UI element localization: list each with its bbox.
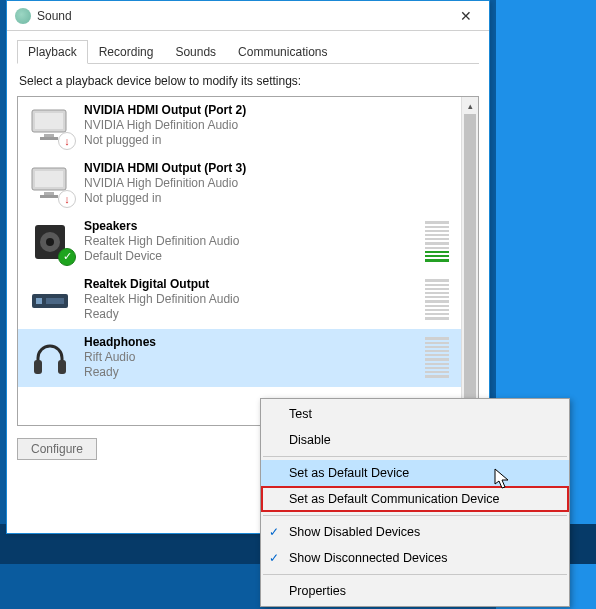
- context-menu: Test Disable Set as Default Device Set a…: [260, 398, 570, 607]
- tab-playback[interactable]: Playback: [17, 40, 88, 64]
- svg-rect-5: [35, 171, 63, 187]
- svg-rect-7: [40, 195, 58, 198]
- device-status: Not plugged in: [84, 133, 453, 148]
- list-item[interactable]: Headphones Rift Audio Ready: [18, 329, 461, 387]
- menu-label: Show Disabled Devices: [289, 525, 420, 539]
- check-icon: ✓: [269, 551, 279, 565]
- list-item[interactable]: ✓ Speakers Realtek High Definition Audio…: [18, 213, 461, 271]
- device-subtitle: Rift Audio: [84, 350, 415, 365]
- device-list[interactable]: ↓ NVIDIA HDMI Output (Port 2) NVIDIA Hig…: [18, 97, 461, 425]
- tab-recording[interactable]: Recording: [88, 40, 165, 64]
- list-item[interactable]: ↓ NVIDIA HDMI Output (Port 2) NVIDIA Hig…: [18, 97, 461, 155]
- menu-test[interactable]: Test: [261, 401, 569, 427]
- device-status: Ready: [84, 365, 415, 380]
- monitor-icon: ↓: [26, 162, 74, 206]
- default-badge-icon: ✓: [58, 248, 76, 266]
- menu-set-default-device[interactable]: Set as Default Device: [261, 460, 569, 486]
- tab-strip: Playback Recording Sounds Communications: [17, 39, 479, 64]
- close-icon: ✕: [460, 8, 472, 24]
- device-title: Realtek Digital Output: [84, 277, 415, 292]
- configure-button[interactable]: Configure: [17, 438, 97, 460]
- menu-set-default-communication-device[interactable]: Set as Default Communication Device: [261, 486, 569, 512]
- menu-show-disconnected-devices[interactable]: ✓ Show Disconnected Devices: [261, 545, 569, 571]
- level-meter: [425, 222, 449, 262]
- svg-rect-14: [34, 360, 42, 374]
- vertical-scrollbar[interactable]: ▴ ▾: [461, 97, 478, 425]
- device-title: Headphones: [84, 335, 415, 350]
- svg-point-10: [46, 238, 54, 246]
- titlebar[interactable]: Sound ✕: [7, 1, 489, 31]
- headphones-icon: [26, 336, 74, 380]
- svg-rect-2: [44, 134, 54, 137]
- tab-communications[interactable]: Communications: [227, 40, 338, 64]
- speaker-icon: ✓: [26, 220, 74, 264]
- device-list-frame: ↓ NVIDIA HDMI Output (Port 2) NVIDIA Hig…: [17, 96, 479, 426]
- device-subtitle: NVIDIA High Definition Audio: [84, 176, 453, 191]
- device-subtitle: Realtek High Definition Audio: [84, 234, 415, 249]
- device-status: Not plugged in: [84, 191, 453, 206]
- device-subtitle: NVIDIA High Definition Audio: [84, 118, 453, 133]
- menu-properties[interactable]: Properties: [261, 578, 569, 604]
- menu-disable[interactable]: Disable: [261, 427, 569, 453]
- window-title: Sound: [37, 9, 443, 23]
- svg-rect-15: [58, 360, 66, 374]
- svg-rect-13: [46, 298, 64, 304]
- device-status: Default Device: [84, 249, 415, 264]
- unplugged-badge-icon: ↓: [58, 190, 76, 208]
- device-title: Speakers: [84, 219, 415, 234]
- svg-rect-12: [36, 298, 42, 304]
- svg-rect-6: [44, 192, 54, 195]
- level-meter: [425, 280, 449, 320]
- menu-label: Show Disconnected Devices: [289, 551, 447, 565]
- device-subtitle: Realtek High Definition Audio: [84, 292, 415, 307]
- sound-icon: [15, 8, 31, 24]
- svg-rect-1: [35, 113, 63, 129]
- list-item[interactable]: Realtek Digital Output Realtek High Defi…: [18, 271, 461, 329]
- device-title: NVIDIA HDMI Output (Port 3): [84, 161, 453, 176]
- menu-show-disabled-devices[interactable]: ✓ Show Disabled Devices: [261, 519, 569, 545]
- tab-sounds[interactable]: Sounds: [164, 40, 227, 64]
- device-title: NVIDIA HDMI Output (Port 2): [84, 103, 453, 118]
- svg-rect-3: [40, 137, 58, 140]
- digital-output-icon: [26, 278, 74, 322]
- check-icon: ✓: [269, 525, 279, 539]
- list-item[interactable]: ↓ NVIDIA HDMI Output (Port 3) NVIDIA Hig…: [18, 155, 461, 213]
- instruction-text: Select a playback device below to modify…: [19, 74, 477, 88]
- menu-separator: [263, 456, 567, 457]
- device-status: Ready: [84, 307, 415, 322]
- scroll-thumb[interactable]: [464, 114, 476, 408]
- level-meter: [425, 338, 449, 378]
- unplugged-badge-icon: ↓: [58, 132, 76, 150]
- menu-separator: [263, 515, 567, 516]
- menu-separator: [263, 574, 567, 575]
- scroll-up-icon[interactable]: ▴: [462, 97, 479, 114]
- close-button[interactable]: ✕: [443, 1, 489, 31]
- monitor-icon: ↓: [26, 104, 74, 148]
